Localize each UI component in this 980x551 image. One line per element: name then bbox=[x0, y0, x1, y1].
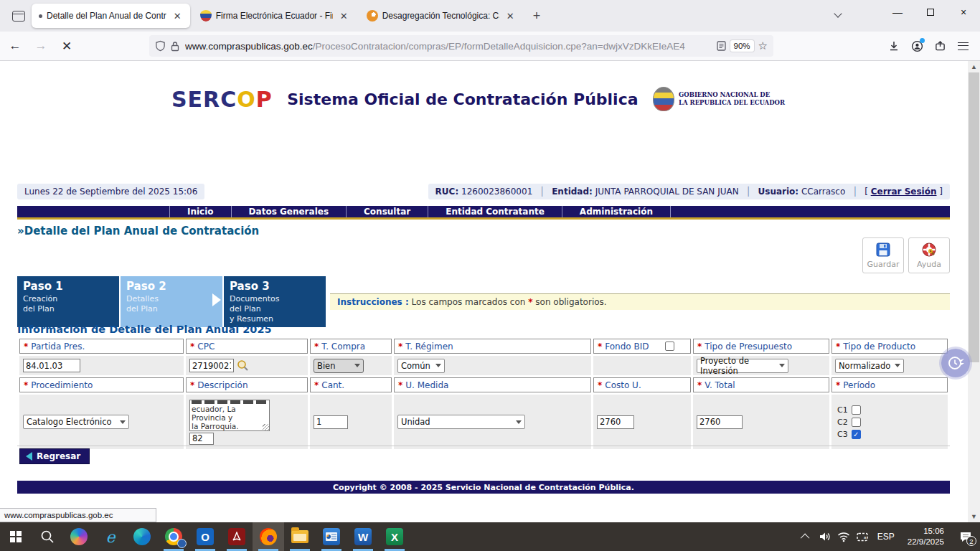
search-button[interactable] bbox=[32, 522, 63, 551]
back-button[interactable]: ← bbox=[4, 36, 26, 56]
menu-item-administracion[interactable]: Administración bbox=[562, 206, 671, 217]
page-scrollbar[interactable]: ▲ ▼ bbox=[968, 61, 980, 522]
header-fondo-bid: *Fondo BID bbox=[593, 339, 691, 354]
tipo-presupuesto-select[interactable]: Proyecto de Inversión bbox=[697, 359, 788, 373]
periodo-c2-checkbox[interactable] bbox=[852, 418, 861, 427]
tab-close-icon[interactable]: ✕ bbox=[171, 9, 184, 23]
tab-detalle-plan[interactable]: Detalle del Plan Anual de Contr ✕ bbox=[32, 4, 190, 28]
notification-count-badge: 2 bbox=[966, 536, 976, 546]
periodo-c3-checkbox[interactable] bbox=[852, 430, 861, 439]
header-costo-u: *Costo U. bbox=[593, 377, 691, 392]
start-button[interactable] bbox=[0, 522, 32, 551]
zoom-level-badge[interactable]: 90% bbox=[730, 40, 754, 52]
cell-periodo: C1 C2 C3 bbox=[831, 395, 948, 449]
clock[interactable]: 15:06 22/9/2025 bbox=[900, 526, 951, 547]
page-viewport: SERCOP Sistema Oficial de Contratación P… bbox=[0, 61, 968, 522]
internet-explorer-button[interactable]: e bbox=[95, 522, 126, 551]
date-session-row: Lunes 22 de Septiembre del 2025 15:06 RU… bbox=[17, 184, 950, 199]
descripcion-textarea[interactable]: ecuador, La Provincia y la Parroquia. bbox=[189, 400, 270, 431]
v-total-input[interactable] bbox=[697, 415, 743, 429]
account-icon[interactable] bbox=[905, 35, 928, 57]
tipo-producto-select[interactable]: Normalizado bbox=[835, 359, 904, 373]
logout-link[interactable]: Cerrar Sesión bbox=[871, 187, 937, 197]
periodo-c1-checkbox[interactable] bbox=[852, 405, 861, 415]
help-button[interactable]: Ayuda bbox=[908, 237, 950, 273]
tab-title: Firma Electrónica Ecuador - Firn bbox=[216, 11, 333, 21]
floating-timer-widget[interactable] bbox=[941, 349, 970, 377]
stop-loading-icon[interactable]: ✕ bbox=[56, 36, 77, 56]
browser-tab-strip: Detalle del Plan Anual de Contr ✕ Firma … bbox=[0, 0, 980, 32]
url-bar[interactable]: www.compraspublicas.gob.ec/ProcesoContra… bbox=[149, 35, 773, 57]
regresar-button[interactable]: Regresar bbox=[19, 448, 90, 464]
word-icon: W bbox=[354, 528, 372, 545]
header-tipo-producto: *Tipo de Producto bbox=[831, 339, 948, 354]
scrollbar-thumb[interactable] bbox=[969, 72, 979, 362]
notification-center-button[interactable]: 2 bbox=[951, 522, 980, 551]
window-controls: — × bbox=[881, 0, 980, 24]
menu-item-consultar[interactable]: Consultar bbox=[346, 206, 428, 217]
outlook-button[interactable]: O bbox=[189, 522, 221, 551]
tab-close-icon[interactable]: ✕ bbox=[337, 9, 351, 23]
tab-firma-electronica[interactable]: Firma Electrónica Ecuador - Firn ✕ bbox=[193, 4, 357, 28]
procedimiento-select[interactable]: Catalogo Electrónico bbox=[23, 415, 129, 429]
tab-desagregacion[interactable]: Desagregación Tecnológica: Cál ✕ bbox=[359, 4, 523, 28]
excel-button[interactable]: X bbox=[379, 522, 410, 551]
header-cpc: *CPC bbox=[186, 339, 308, 354]
cpc-search-icon[interactable] bbox=[237, 359, 249, 372]
firefox-icon bbox=[260, 528, 277, 545]
bookmark-star-icon[interactable]: ☆ bbox=[758, 39, 768, 52]
file-explorer-button[interactable] bbox=[284, 522, 316, 551]
menu-item-entidad-contratante[interactable]: Entidad Contratante bbox=[428, 206, 562, 217]
outlook-icon: O bbox=[197, 528, 214, 545]
tab-close-icon[interactable]: ✕ bbox=[504, 9, 517, 23]
step-2-current[interactable]: Paso 2 Detalles del Plan bbox=[121, 276, 222, 327]
new-tab-button[interactable]: + bbox=[526, 9, 548, 24]
partida-pres-input[interactable] bbox=[23, 359, 80, 372]
wifi-icon[interactable] bbox=[834, 522, 853, 551]
resize-grip-icon[interactable] bbox=[263, 424, 269, 430]
step-3[interactable]: Paso 3 Documentos del Plan y Resumen bbox=[224, 276, 326, 327]
word-button[interactable]: W bbox=[347, 522, 379, 551]
menu-item-inicio[interactable]: Inicio bbox=[169, 206, 231, 217]
url-text[interactable]: www.compraspublicas.gob.ec/ProcesoContra… bbox=[185, 41, 717, 52]
reader-mode-icon[interactable] bbox=[717, 41, 726, 51]
t-regimen-select[interactable]: Común bbox=[397, 359, 445, 373]
firefox-button[interactable] bbox=[253, 522, 284, 551]
descripcion-extra-input[interactable] bbox=[189, 433, 214, 445]
language-indicator[interactable]: ESP bbox=[872, 532, 900, 542]
edge-button[interactable] bbox=[126, 522, 158, 551]
copilot-icon bbox=[70, 528, 88, 545]
minimize-button[interactable]: — bbox=[881, 0, 914, 24]
save-to-pocket-icon[interactable] bbox=[928, 35, 951, 57]
costo-u-input[interactable] bbox=[597, 415, 634, 429]
step-1[interactable]: Paso 1 Creación del Plan bbox=[17, 276, 119, 327]
firefox-view-icon[interactable] bbox=[9, 6, 27, 25]
forward-button[interactable]: → bbox=[30, 36, 52, 56]
close-window-button[interactable]: × bbox=[947, 0, 980, 24]
presentation-app-icon bbox=[323, 528, 340, 545]
lock-icon[interactable] bbox=[171, 41, 179, 52]
scroll-down-icon[interactable]: ▼ bbox=[968, 511, 980, 522]
fondo-bid-checkbox[interactable] bbox=[665, 342, 674, 351]
menu-icon[interactable] bbox=[951, 35, 974, 57]
downloads-icon[interactable] bbox=[882, 35, 905, 57]
chrome-button[interactable] bbox=[158, 522, 189, 551]
tray-chevron-up-icon[interactable] bbox=[797, 522, 816, 551]
copilot-button[interactable] bbox=[63, 522, 95, 551]
save-button[interactable]: Guardar bbox=[862, 237, 904, 273]
acrobat-button[interactable] bbox=[221, 522, 253, 551]
list-tabs-chevron-icon[interactable] bbox=[835, 10, 842, 17]
tracking-shield-icon[interactable] bbox=[155, 40, 166, 52]
cantidad-input[interactable] bbox=[314, 415, 348, 429]
excel-icon: X bbox=[386, 528, 403, 545]
scroll-up-icon[interactable]: ▲ bbox=[968, 61, 980, 72]
volume-icon[interactable] bbox=[816, 522, 834, 551]
display-cast-icon[interactable]: a bbox=[853, 522, 872, 551]
cpc-input[interactable] bbox=[189, 359, 234, 372]
t-compra-select[interactable]: Bien bbox=[314, 359, 364, 373]
header-tipo-presupuesto: *Tipo de Presupuesto bbox=[693, 339, 829, 354]
presentation-app-button[interactable] bbox=[316, 522, 347, 551]
u-medida-select[interactable]: Unidad bbox=[397, 415, 525, 429]
maximize-button[interactable] bbox=[914, 0, 947, 24]
menu-item-datos-generales[interactable]: Datos Generales bbox=[231, 206, 346, 217]
